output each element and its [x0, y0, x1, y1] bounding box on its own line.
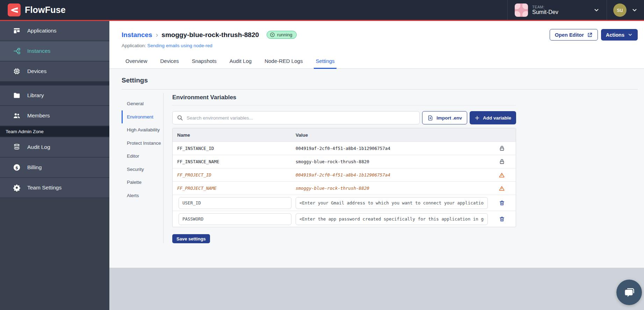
env-name: FF_PROJECT_NAME	[173, 186, 296, 191]
sidebar-item-applications[interactable]: Applications	[0, 21, 109, 41]
settings-nav-palette[interactable]: Palette	[122, 176, 163, 189]
instance-name: smoggy-blue-rock-thrush-8820	[161, 31, 259, 39]
env-value-input[interactable]	[296, 213, 488, 225]
column-header-name: Name	[173, 132, 296, 138]
sidebar-item-label: Instances	[27, 48, 50, 54]
tab-devices[interactable]: Devices	[159, 58, 181, 69]
env-name-input[interactable]	[179, 213, 291, 225]
sidebar-item-team-settings[interactable]: Team Settings	[0, 178, 109, 197]
tab-audit-log[interactable]: Audit Log	[228, 58, 253, 69]
lock-icon	[499, 145, 505, 151]
sidebar-item-label: Members	[27, 113, 50, 119]
application-link[interactable]: Sending emails using node-red	[147, 43, 212, 48]
settings-nav-alerts[interactable]: Alerts	[122, 189, 163, 202]
env-value: smoggy-blue-rock-thrush-8820	[296, 159, 488, 164]
user-menu[interactable]: su	[607, 0, 644, 20]
instances-icon	[13, 47, 21, 55]
navbar-right: TEAM: Sumit-Dev su	[507, 0, 644, 20]
trash-icon[interactable]	[499, 216, 505, 222]
status-badge: running	[267, 31, 297, 39]
add-variable-label: Add variable	[483, 115, 511, 121]
chevron-down-icon	[628, 32, 633, 37]
settings-nav-general[interactable]: General	[122, 97, 163, 110]
search-input[interactable]	[187, 115, 415, 121]
env-name: FF_INSTANCE_NAME	[173, 159, 296, 164]
sidebar-item-instances[interactable]: Instances	[0, 41, 109, 61]
sidebar-item-members[interactable]: Members	[0, 106, 109, 125]
env-value: 004919af-2cf0-4f51-a8b4-1b12906757a4	[296, 172, 488, 178]
settings-page: Settings General Environment High Availa…	[109, 69, 644, 268]
status-badge-label: running	[277, 32, 292, 37]
environment-section: Environment Variables Import .env	[164, 93, 516, 243]
sidebar-item-label: Audit Log	[27, 144, 50, 150]
open-editor-label: Open Editor	[555, 32, 584, 38]
sidebar-item-billing[interactable]: $ Billing	[0, 158, 109, 177]
play-circle-icon	[270, 32, 275, 37]
sidebar-item-label: Applications	[27, 28, 57, 34]
breadcrumb-instances-link[interactable]: Instances	[122, 31, 152, 39]
import-env-button[interactable]: Import .env	[422, 111, 467, 124]
sidebar-item-library[interactable]: Library	[0, 86, 109, 105]
save-settings-button[interactable]: Save settings	[172, 234, 210, 243]
env-value: smoggy-blue-rock-thrush-8820	[296, 186, 488, 191]
billing-icon: $	[13, 164, 21, 171]
trash-icon[interactable]	[499, 200, 505, 206]
instance-tabs: Overview Devices Snapshots Audit Log Nod…	[122, 58, 638, 69]
team-text: TEAM: Sumit-Dev	[532, 5, 589, 15]
add-variable-button[interactable]: Add variable	[470, 111, 516, 124]
env-variables-table: Name Value FF_INSTANCE_ID 004919af-2cf0-…	[172, 128, 516, 227]
sidebar-item-label: Devices	[27, 68, 46, 74]
search-box	[172, 111, 420, 124]
user-avatar: su	[613, 3, 627, 17]
devices-icon	[13, 67, 21, 75]
application-label: Application:	[122, 43, 146, 48]
settings-nav-protect-instance[interactable]: Protect Instance	[122, 137, 163, 150]
applications-icon	[13, 27, 21, 35]
table-row: FF_PROJECT_NAME smoggy-blue-rock-thrush-…	[173, 181, 516, 195]
open-editor-button[interactable]: Open Editor	[550, 29, 598, 41]
settings-nav-security[interactable]: Security	[122, 163, 163, 176]
sidebar-section-team-admin-zone: Team Admin Zone	[0, 126, 109, 137]
table-row	[173, 195, 516, 211]
team-name: Sumit-Dev	[532, 9, 589, 15]
chevron-down-icon	[593, 7, 600, 13]
table-row: FF_PROJECT_ID 004919af-2cf0-4f51-a8b4-1b…	[173, 168, 516, 181]
page-header: Instances › smoggy-blue-rock-thrush-8820…	[109, 21, 644, 69]
sidebar-item-devices[interactable]: Devices	[0, 62, 109, 81]
team-selector[interactable]: TEAM: Sumit-Dev	[508, 0, 607, 20]
team-avatar	[515, 3, 528, 17]
page-title: Settings	[122, 77, 638, 84]
audit-log-icon	[13, 143, 21, 151]
sidebar-section-gap	[0, 82, 109, 85]
tab-settings[interactable]: Settings	[314, 58, 336, 69]
settings-nav-high-availability[interactable]: High Availability	[122, 123, 163, 137]
actions-button[interactable]: Actions	[601, 29, 638, 41]
sidebar-item-label: Billing	[27, 164, 42, 171]
env-name-input[interactable]	[179, 197, 291, 209]
env-value-input[interactable]	[296, 197, 488, 209]
warning-icon	[499, 185, 505, 192]
top-navbar: FlowFuse TEAM: Sumit-Dev su	[0, 0, 644, 21]
table-header-row: Name Value	[173, 128, 516, 142]
env-name: FF_INSTANCE_ID	[173, 146, 296, 151]
table-row: FF_INSTANCE_ID 004919af-2cf0-4f51-a8b4-1…	[173, 142, 516, 155]
breadcrumb-separator: ›	[156, 31, 158, 39]
tab-overview[interactable]: Overview	[124, 58, 149, 69]
sidebar-filler	[0, 198, 109, 310]
settings-nav-environment[interactable]: Environment	[122, 110, 163, 124]
settings-nav-editor[interactable]: Editor	[122, 150, 163, 163]
brand[interactable]: FlowFuse	[0, 3, 66, 16]
tab-node-red-logs[interactable]: Node-RED Logs	[263, 58, 304, 69]
external-link-icon	[587, 32, 593, 38]
team-label: TEAM:	[532, 5, 589, 9]
chat-bubbles-icon	[622, 286, 636, 300]
tab-snapshots[interactable]: Snapshots	[190, 58, 218, 69]
footer-band	[109, 268, 644, 310]
sidebar-item-audit-log[interactable]: Audit Log	[0, 137, 109, 157]
flowfuse-logo-icon	[8, 3, 21, 16]
settings-nav: General Environment High Availability Pr…	[122, 93, 164, 243]
chat-widget-button[interactable]	[616, 280, 642, 305]
env-value: 004919af-2cf0-4f51-a8b4-1b12906757a4	[296, 146, 488, 151]
env-name: FF_PROJECT_ID	[173, 172, 296, 178]
members-icon	[13, 112, 21, 120]
